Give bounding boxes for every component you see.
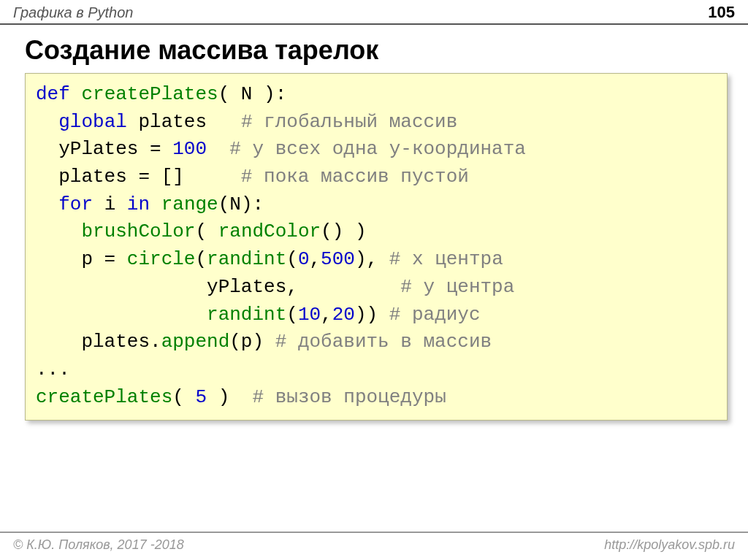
code-text [150,193,161,215]
code-func: range [161,193,218,215]
code-func: createPlates [36,386,172,408]
code-block: def createPlates( N ): global plates # г… [25,73,728,421]
code-text: , [310,248,321,270]
code-func: randColor [218,220,321,242]
code-text: (N): [218,193,264,215]
header-bar: Графика в Python 105 [0,0,748,25]
footer-url: http://kpolyakov.spb.ru [604,537,735,553]
code-text: plates. [36,331,161,353]
code-comment: # добавить в массив [275,331,492,353]
code-keyword: def [36,83,70,105]
code-comment: # y центра [400,276,514,298]
code-text [207,138,229,160]
code-func: randint [207,248,286,270]
code-text: p = [36,248,127,270]
code-text: (p) [229,331,275,353]
code-comment: # глобальный массив [241,111,457,133]
slide: Графика в Python 105 Создание массива та… [0,0,748,560]
code-keyword: global [58,111,127,133]
code-text: () ) [321,220,366,242]
code-keyword: in [127,193,150,215]
code-comment: # x центра [389,248,503,270]
code-comment: # радиус [389,304,481,326]
breadcrumb: Графика в Python [13,4,133,21]
code-text: ( N ): [218,83,287,105]
code-funcname: createPlates [81,83,218,105]
code-keyword: for [58,193,93,215]
code-func: brushColor [81,220,195,242]
code-comment: # вызов процедуры [252,386,446,408]
code-text: i [93,193,127,215]
code-text: yPlates = [36,138,172,160]
code-text: ), [355,248,389,270]
code-comment: # у всех одна y-координата [229,138,526,160]
copyright-text: © К.Ю. Поляков, 2017 -2018 [13,537,184,553]
code-number: 500 [321,248,355,270]
code-number: 20 [332,304,355,326]
code-func: randint [207,304,286,326]
code-text: ... [36,358,70,380]
code-text: plates [127,111,241,133]
code-text [36,304,207,326]
code-func: circle [127,248,196,270]
code-text: ( [286,304,298,326]
footer-bar: © К.Ю. Поляков, 2017 -2018 http://kpolya… [0,532,748,560]
code-text: ) [207,386,252,408]
code-text: ( [195,248,207,270]
code-number: 10 [298,304,321,326]
code-text: plates = [] [36,166,241,188]
code-text [36,220,81,242]
code-func: append [161,331,230,353]
code-text: , [321,304,332,326]
code-text: )) [355,304,389,326]
code-number: 5 [195,386,207,408]
code-comment: # пока массив пустой [241,166,469,188]
code-number: 0 [298,248,310,270]
code-number: 100 [172,138,207,160]
slide-title: Создание массива тарелок [0,25,748,73]
page-number: 105 [708,3,735,22]
code-text: ( [195,220,218,242]
code-text: yPlates, [36,276,400,298]
code-text: ( [286,248,298,270]
code-text: ( [172,386,195,408]
